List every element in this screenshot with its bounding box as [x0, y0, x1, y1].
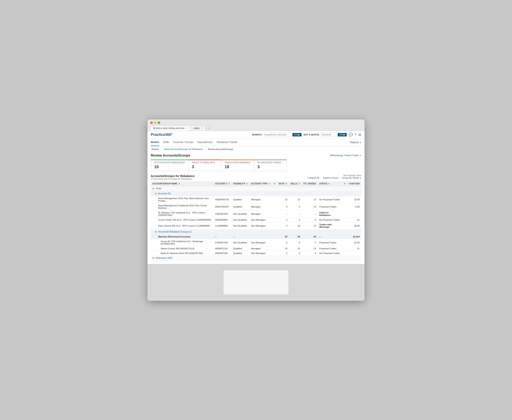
collapse-all-button[interactable]: Collapse All [307, 177, 319, 179]
row-status: Proposed Trades [318, 239, 341, 246]
summary-card-failed: FAILED TO REBALANCE 3 [188, 159, 221, 171]
table-row: Asset Management 401K Plan Maria Martine… [151, 196, 361, 203]
row-status: Proposed Trades [318, 246, 341, 251]
table-row: Tomas M. TOD Individual XLS - Brokerage … [151, 239, 361, 246]
summary-card-rebalanced: ACCTS/GROUPS REBALANCED 15 [151, 159, 188, 171]
row-name: Dana Santos IRA XLS - RPS Custom (111889… [151, 222, 213, 229]
collapse-retirement2055-icon[interactable]: ⊖ [152, 257, 154, 259]
row-cash: 10,00 [347, 239, 361, 246]
tab-add-button[interactable]: + [206, 126, 211, 131]
row-cash: 31 [347, 246, 361, 251]
table-row: Maria M. Martinez Roth IRA (0000487358) … [151, 251, 361, 255]
row-account-type: Non-Managed [249, 239, 272, 246]
row-taxability: Non-Qualified [231, 210, 249, 217]
quote-go-button[interactable]: GO ▶ [338, 133, 347, 136]
filter-sells-icon[interactable]: ▼ [298, 183, 300, 185]
print-icon[interactable]: 🖨 [358, 133, 361, 136]
quote-input[interactable] [320, 133, 337, 136]
reports-button[interactable]: Reports ∨ [350, 141, 361, 144]
tab-accounts-groups[interactable]: Accounts / Groups [173, 139, 193, 146]
row-buys: 29 [277, 234, 289, 239]
breadcrumb-select[interactable]: Select Accounts/Groups for Rebalance [164, 148, 203, 150]
row-cash: 10,00 [347, 196, 361, 203]
search-go-button[interactable]: GO ▶ [292, 133, 301, 136]
nav-tabs-left: Models Drifts Accounts / Groups Equivale… [151, 139, 237, 146]
collapse-household-icon[interactable]: ⊖ [155, 231, 157, 233]
collapse-accounts-icon[interactable]: ⊖ [155, 192, 157, 195]
filter-buys-icon[interactable]: ▼ [285, 183, 287, 185]
summary-label-failed: FAILED TO REBALANCE [192, 161, 218, 164]
tab-close-icon-2[interactable]: ✕ [201, 127, 203, 129]
filter-account-icon[interactable]: ▼ [228, 183, 230, 185]
row-extra [272, 239, 277, 246]
row-account: 1118899898 [213, 222, 231, 229]
tab-close-icon[interactable]: ✕ [186, 127, 187, 129]
row-account: 0005558990 [213, 217, 231, 222]
tab-drifts[interactable]: Drifts [163, 139, 169, 146]
row-status: No Proposed Trades [318, 251, 341, 255]
row-name: Valerie Gomez IRA (A000672316) [151, 246, 213, 251]
row-status-extra [341, 251, 347, 255]
summary-value-rebalanced: 15 [154, 165, 185, 169]
table-row: M. Martinez TOD Individual XLS - RPS Cus… [151, 210, 361, 217]
minimize-dot[interactable] [154, 121, 156, 124]
filter-name-icon[interactable]: ▼ [178, 183, 180, 185]
row-sells: 13 [289, 196, 302, 203]
row-status-extra [341, 222, 347, 229]
summary-label-no-trades: NO PROPOSED TRADES [257, 161, 283, 164]
summary-value-failed: 3 [192, 165, 218, 169]
row-ttl: 29 [302, 234, 318, 239]
row-ttl: 0 [302, 217, 318, 222]
breadcrumb-models[interactable]: Models [152, 148, 159, 150]
methodology-button[interactable]: Methodology: Fewest Trades ∨ [330, 154, 361, 157]
row-cash: 31 [347, 217, 361, 222]
browser-tab-models[interactable]: MODELS AND REBALANCING ✕ [150, 126, 190, 130]
row-account-type: Non-Managed [249, 222, 272, 229]
filter-account-type-icon[interactable]: ▼ [268, 183, 270, 185]
section-title: Accounts/Groups for Rebalance [151, 174, 194, 178]
table-row: Asset Management Traditional 401K Plan T… [151, 203, 361, 210]
tab-rebalance-tracker[interactable]: Rebalance Tracker [217, 139, 237, 146]
chat-icon[interactable]: 💬 [349, 133, 353, 137]
col-account-type: ACCOUNT TYPE ▼ [249, 181, 272, 186]
search-input[interactable] [263, 133, 292, 136]
filter-status-icon[interactable]: ▼ [328, 183, 330, 185]
row-status-extra [341, 210, 347, 217]
close-dot[interactable] [150, 121, 153, 124]
help-icon[interactable]: ? [355, 133, 356, 136]
group-row-retirement2055: ⊖ Retirement 2055 [151, 255, 361, 260]
table-header-row: ACCOUNT/GROUP NAME ▼ ACCOUNT # ▼ TAXABIL… [151, 181, 361, 186]
row-status-extra [341, 203, 347, 210]
maximize-dot[interactable] [158, 121, 160, 124]
row-account-type: Managed [249, 210, 272, 217]
row-account-type: Managed [249, 203, 272, 210]
summary-card-warnings: TRADES WITH WARNINGS 18 [221, 159, 254, 171]
row-sells: 24 [289, 246, 302, 251]
row-status: Trades with Warnings [318, 222, 341, 229]
section-actions-block: *Non-Intraday Value Collapse All | Expor… [307, 174, 361, 179]
row-sells: 29 [289, 234, 302, 239]
col-taxability: TAXABILITY ▼ [231, 181, 249, 186]
table-row: Martinez Retirement Accounts -- -- 29 29… [151, 234, 361, 239]
row-sells: 5 [289, 239, 302, 246]
row-status-extra [341, 217, 347, 222]
row-buys: 13 [277, 196, 289, 203]
row-extra [272, 203, 277, 210]
tab-models[interactable]: Models [151, 139, 159, 146]
breadcrumb-sep-2: › [205, 148, 207, 150]
filter-status-extra-icon[interactable]: ▼ [344, 183, 346, 185]
tab-equivalencies[interactable]: Equivalencies [197, 139, 213, 146]
filter-taxability-icon[interactable]: ▼ [246, 183, 248, 185]
group-by-button[interactable]: Group By: Model ∨ [342, 177, 361, 179]
subgroup-name-accounts: ⊖ Accounts (5) [151, 191, 361, 196]
subgroup-row-accounts: ⊖ Accounts (5) [151, 191, 361, 196]
col-status: STATUS ▼ [318, 181, 341, 186]
row-cash: 10,314 [347, 234, 361, 239]
filter-extra-icon[interactable]: ▼ [274, 183, 276, 185]
header-right: SEARCH: GO ▶ GET A QUOTE: GO ▶ 💬 ? 🖨 [252, 133, 361, 137]
table-body: ⊖ 70/30 ⊖ Accounts (5) Asset Management … [151, 186, 361, 260]
collapse-7030-icon[interactable]: ⊖ [152, 187, 154, 190]
row-name: Tyrone Parker IRA XLS - RPS Custom (0005… [151, 217, 213, 222]
browser-tab-label[interactable]: LABEL ✕ [191, 126, 206, 130]
export-excel-button[interactable]: Export to Excel [323, 177, 338, 179]
